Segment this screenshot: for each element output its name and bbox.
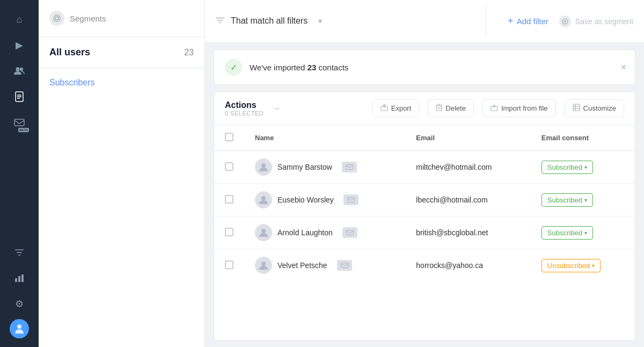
table-row: Sammy Barstow miltchev@hotmail.com Subsc… xyxy=(214,151,635,184)
left-panel: Segments All users 23 Subscribers xyxy=(39,0,205,347)
email-beta-icon[interactable]: BETA xyxy=(9,112,30,133)
consent-badge[interactable]: Unsubscribed ▾ xyxy=(541,259,601,272)
plus-icon: + xyxy=(508,16,514,27)
user-avatar-0 xyxy=(255,158,272,176)
row-checkbox-cell[interactable] xyxy=(214,151,244,184)
import-icon xyxy=(491,104,498,113)
home-icon[interactable]: ⌂ xyxy=(9,9,30,30)
gear-icon[interactable]: ⚙ xyxy=(9,293,30,315)
filter-icon[interactable] xyxy=(9,242,30,263)
consent-badge[interactable]: Subscribed ▾ xyxy=(541,226,593,240)
consent-cell: Subscribed ▾ xyxy=(531,184,635,216)
name-column-header: Name xyxy=(244,125,405,151)
table-row: Velvet Petsche horrocks@yahoo.ca Unsubsc… xyxy=(214,249,635,282)
row-checkbox[interactable] xyxy=(225,228,233,236)
filter-chevron-icon[interactable]: ▾ xyxy=(318,17,322,25)
badge-chevron-icon: ▾ xyxy=(584,164,587,170)
export-button[interactable]: Export xyxy=(372,99,420,117)
import-check-icon: ✓ xyxy=(225,59,242,76)
user-avatar-1 xyxy=(255,191,272,208)
all-users-count: 23 xyxy=(184,48,194,57)
save-segment-label: Save as segment xyxy=(575,17,633,26)
consent-badge[interactable]: Subscribed ▾ xyxy=(541,161,593,174)
filter-lines-icon xyxy=(216,16,224,26)
email-icon-3 xyxy=(337,260,352,271)
delete-label: Delete xyxy=(445,104,466,112)
svg-rect-36 xyxy=(346,165,353,170)
row-checkbox-cell[interactable] xyxy=(214,184,244,216)
customize-label: Customize xyxy=(583,104,616,112)
name-cell: Sammy Barstow xyxy=(244,151,405,184)
consent-column-header: Email consent xyxy=(531,125,635,151)
export-icon xyxy=(380,104,388,113)
import-count: 23 xyxy=(308,63,317,72)
email-icon-2 xyxy=(342,227,357,238)
all-users-row[interactable]: All users 23 xyxy=(39,37,204,68)
svg-rect-6 xyxy=(14,119,24,126)
row-checkbox[interactable] xyxy=(225,195,233,204)
email-cell: lbecchi@hotmail.com xyxy=(405,184,531,216)
customize-icon xyxy=(573,104,580,113)
email-icon-1 xyxy=(343,194,358,205)
import-suffix: contacts xyxy=(316,63,348,72)
data-table: Name Email Email consent xyxy=(214,125,635,281)
user-avatar-3 xyxy=(255,257,272,274)
import-prefix: We've imported xyxy=(250,63,308,72)
customize-button[interactable]: Customize xyxy=(565,99,624,117)
sidebar: ⌂ ▶ BETA xyxy=(0,0,39,347)
delete-icon xyxy=(436,104,442,113)
filter-left: That match all filters ▾ xyxy=(216,16,475,27)
people-icon[interactable] xyxy=(9,60,30,82)
chart-bar-icon[interactable] xyxy=(9,268,30,289)
svg-point-39 xyxy=(261,229,266,233)
row-checkbox[interactable] xyxy=(225,261,233,269)
import-button[interactable]: Import from file xyxy=(482,99,556,117)
subscribers-link[interactable]: Subscribers xyxy=(39,68,204,97)
filter-divider xyxy=(486,5,486,38)
svg-rect-42 xyxy=(341,263,348,268)
svg-point-0 xyxy=(16,67,20,71)
segments-header: Segments xyxy=(39,0,204,37)
user-avatar[interactable] xyxy=(10,319,29,338)
filter-bar: That match all filters ▾ + Add filter Sa… xyxy=(205,0,644,43)
consent-badge[interactable]: Subscribed ▾ xyxy=(541,193,593,207)
badge-chevron-icon: ▾ xyxy=(592,263,595,269)
select-all-checkbox[interactable] xyxy=(225,133,233,141)
row-checkbox[interactable] xyxy=(225,162,233,171)
main-content: Segments All users 23 Subscribers That m… xyxy=(39,0,644,347)
export-label: Export xyxy=(391,104,412,112)
play-icon[interactable]: ▶ xyxy=(9,34,30,56)
row-checkbox-cell[interactable] xyxy=(214,249,244,282)
svg-point-41 xyxy=(261,262,266,266)
consent-cell: Unsubscribed ▾ xyxy=(531,249,635,282)
svg-rect-24 xyxy=(436,105,442,111)
user-name: Velvet Petsche xyxy=(277,261,327,270)
beta-badge: BETA xyxy=(18,128,29,132)
svg-point-1 xyxy=(20,68,23,71)
svg-point-14 xyxy=(54,15,60,21)
svg-rect-31 xyxy=(573,104,580,111)
segments-icon xyxy=(49,11,64,26)
user-name: Eusebio Worsley xyxy=(277,196,334,204)
import-banner: ✓ We've imported 23 contacts × xyxy=(214,49,635,85)
segments-title: Segments xyxy=(70,14,106,23)
select-all-header[interactable] xyxy=(214,125,244,151)
save-segment-button[interactable]: Save as segment xyxy=(559,16,633,27)
badge-chevron-icon: ▾ xyxy=(584,230,587,236)
user-name: Arnold Laughton xyxy=(277,228,333,237)
svg-point-15 xyxy=(55,17,58,20)
row-checkbox-cell[interactable] xyxy=(214,216,244,249)
filter-match-text: That match all filters xyxy=(231,16,308,27)
contacts-icon[interactable] xyxy=(9,86,30,107)
svg-point-35 xyxy=(261,163,266,168)
close-icon[interactable]: × xyxy=(620,62,626,73)
delete-button[interactable]: Delete xyxy=(428,99,474,117)
actions-arrow-icon: → xyxy=(272,104,281,113)
add-filter-button[interactable]: + Add filter xyxy=(497,16,559,27)
right-panel: That match all filters ▾ + Add filter Sa… xyxy=(205,0,644,347)
actions-toolbar: Actions 0 SELECTED → xyxy=(214,92,635,125)
import-label: Import from file xyxy=(501,104,548,112)
name-cell: Arnold Laughton xyxy=(244,216,405,249)
svg-point-13 xyxy=(17,324,21,329)
table-row: Arnold Laughton british@sbcglobal.net Su… xyxy=(214,216,635,249)
